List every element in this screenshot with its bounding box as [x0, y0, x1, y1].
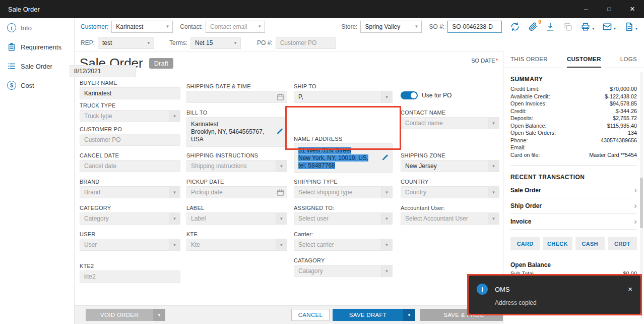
scrollbar-thumb[interactable]: [640, 178, 643, 228]
maximize-button[interactable]: □: [598, 0, 621, 18]
customer-label: Customer:: [81, 23, 108, 30]
minimize-button[interactable]: –: [574, 0, 598, 18]
download-button[interactable]: [545, 22, 555, 32]
customer-po-placeholder: Customer PO: [84, 136, 121, 143]
use-for-po-toggle[interactable]: [401, 91, 418, 99]
edit-bill-to-button[interactable]: [276, 127, 284, 137]
user-placeholder: User: [84, 241, 97, 248]
po-number-input[interactable]: Customer PO: [276, 37, 336, 49]
save-draft-dropdown-button[interactable]: ▼: [403, 309, 415, 321]
download-icon: [545, 22, 555, 32]
tab-customer[interactable]: CUSTOMER: [567, 51, 601, 68]
shipping-type-dropdown[interactable]: Select shipping type▼: [294, 186, 393, 198]
so-date-value: 8/12/2021: [74, 68, 101, 75]
chevron-down-icon: ▼: [488, 213, 499, 224]
recent-ship-order-link[interactable]: Ship Order›: [510, 198, 637, 214]
close-button[interactable]: ×: [621, 0, 644, 18]
pickup-date-input[interactable]: Pickup date: [186, 186, 287, 198]
rep-dropdown[interactable]: test ▼: [98, 37, 154, 49]
catagory-label: CATAGORY: [294, 257, 393, 263]
contact-dropdown[interactable]: Contact email ▼: [206, 21, 265, 33]
shipping-datetime-input[interactable]: [186, 91, 287, 103]
chevron-down-icon: ▼: [488, 160, 499, 172]
brand-label: BRAND: [80, 179, 180, 185]
terms-dropdown[interactable]: Net 15 ▼: [190, 37, 241, 49]
country-dropdown[interactable]: Country▼: [401, 186, 499, 198]
chevron-right-icon: ›: [634, 217, 637, 227]
kte-dropdown[interactable]: Kte▼: [186, 239, 287, 251]
mail-icon: [602, 22, 612, 32]
brand-dropdown[interactable]: Brand▼: [80, 186, 180, 198]
right-panel-tabs: THIS ORDER CUSTOMER LOGS: [503, 51, 644, 68]
so-number-label: SO #:: [429, 23, 444, 30]
so-number-input[interactable]: SO-0046238-D: [447, 21, 502, 33]
truck-type-dropdown[interactable]: Truck type▼: [80, 110, 180, 122]
card-payment-button[interactable]: CARD: [510, 237, 540, 250]
print-button[interactable]: ▼: [581, 22, 595, 32]
chevron-down-icon: ▼: [169, 213, 180, 224]
chevron-down-icon: ▼: [276, 239, 287, 250]
summary-row: Deposits:$2,755.72: [510, 115, 637, 122]
category-dropdown[interactable]: Category▼: [80, 212, 180, 225]
contact-name-dropdown[interactable]: Contact name▼: [401, 117, 499, 129]
recent-invoice-link[interactable]: Invoice›: [510, 214, 637, 230]
ship-to-label: SHIP TO: [294, 83, 393, 89]
selected-text: tel: 58487768: [298, 162, 335, 169]
edit-ship-address-button[interactable]: [381, 153, 389, 164]
label-label: LABEL: [186, 205, 287, 211]
check-payment-button[interactable]: CHECK: [543, 237, 572, 250]
shipping-type-group: SHIPPING TYPE Select shipping type▼: [294, 179, 393, 198]
kte2-label: KTE2: [80, 263, 180, 269]
void-order-dropdown-button[interactable]: ▼: [153, 309, 165, 321]
attachments-button[interactable]: 0: [528, 22, 538, 32]
credit-payment-button[interactable]: CRDT: [608, 237, 637, 250]
category-label: CATEGORY: [80, 205, 180, 211]
sidebar-item-requirements[interactable]: Requirements: [0, 37, 74, 57]
catagory-dropdown[interactable]: Catagory▼: [294, 265, 393, 277]
save-draft-button[interactable]: SAVE DRAFT: [333, 309, 403, 321]
toast-close-button[interactable]: ×: [628, 285, 632, 293]
buyer-name-input[interactable]: Karinatest: [80, 87, 180, 99]
export-document-button[interactable]: ▼: [624, 22, 638, 32]
customer-dropdown[interactable]: Karinatest ▼: [111, 21, 173, 33]
so-date-input[interactable]: 8/12/2021: [70, 65, 136, 77]
kte2-input[interactable]: kte2: [80, 271, 180, 283]
refresh-button[interactable]: [510, 22, 520, 32]
shipping-zone-dropdown[interactable]: New Jersey▼: [401, 160, 499, 172]
tab-logs[interactable]: LOGS: [620, 51, 637, 68]
customer-po-input[interactable]: Customer PO: [80, 134, 180, 146]
sidebar-item-sale-order[interactable]: Sale Order: [0, 57, 74, 76]
recent-sale-order-link[interactable]: Sale Order›: [510, 183, 637, 198]
cash-payment-button[interactable]: CASH: [575, 237, 605, 250]
carrier-group: Carrier: Select carrier▼: [294, 231, 393, 251]
assigned-to-label: ASSIGNED TO:: [294, 205, 393, 211]
summary-label: Card on file:: [510, 151, 540, 159]
void-order-button[interactable]: VOID ORDER: [86, 309, 153, 321]
store-dropdown[interactable]: Spring Valley ▼: [360, 21, 422, 33]
sidebar: i Info Requirements Sale Order $ Cost: [0, 18, 75, 324]
dollar-icon-glyph: $: [10, 82, 13, 88]
sidebar-item-cost[interactable]: $ Cost: [0, 76, 74, 95]
tab-this-order[interactable]: THIS ORDER: [510, 51, 548, 68]
cancel-button[interactable]: CANCEL: [291, 309, 330, 321]
carrier-dropdown[interactable]: Select carrier▼: [294, 239, 393, 251]
email-button[interactable]: ▼: [602, 22, 616, 32]
refresh-icon: [510, 22, 520, 32]
assigned-to-dropdown[interactable]: Select user▼: [294, 212, 393, 225]
user-dropdown[interactable]: User▼: [80, 239, 180, 251]
chevron-down-icon: ▼: [276, 213, 287, 224]
divider: [510, 166, 637, 166]
ship-to-dropdown[interactable]: P,▼: [294, 91, 393, 103]
cancel-date-input[interactable]: Cancel date: [80, 160, 180, 172]
summary-value: $-344.26: [615, 107, 637, 115]
label-dropdown[interactable]: Label▼: [186, 212, 287, 225]
toolbar-row-2: REP: test ▼ Terms: Net 15 ▼ PO #: Custom…: [75, 35, 503, 51]
recent-row-label: Ship Order: [510, 202, 542, 209]
brand-placeholder: Brand: [84, 189, 100, 196]
summary-label: Credit:: [510, 107, 527, 115]
sidebar-item-info[interactable]: i Info: [0, 18, 74, 37]
shipping-instructions-dropdown[interactable]: Shipping instructions▼: [186, 160, 287, 172]
accountant-user-dropdown[interactable]: Select Accountant User▼: [401, 212, 499, 225]
attachment-count-badge: 0: [539, 19, 542, 25]
copy-button[interactable]: [563, 22, 573, 32]
